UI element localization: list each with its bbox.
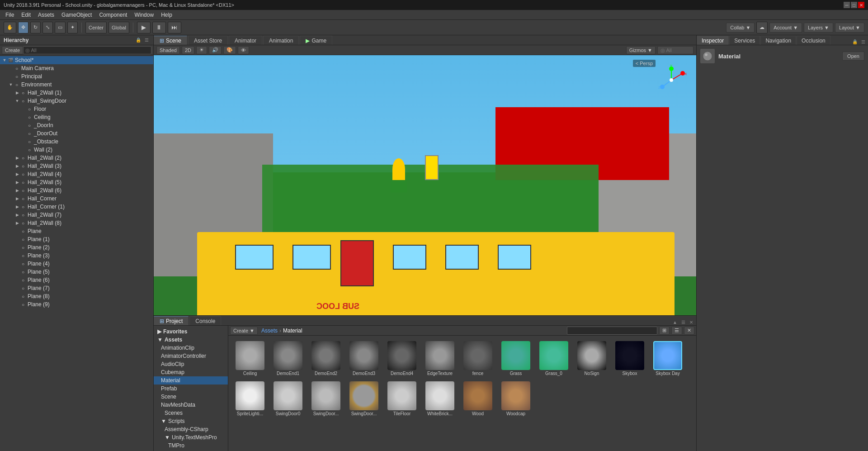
effects-button[interactable]: 🎨 <box>223 46 236 54</box>
hierarchy-item-9[interactable]: ○_DoorOut <box>0 129 153 138</box>
rect-tool-button[interactable]: ▭ <box>55 22 66 33</box>
hierarchy-item-27[interactable]: ○Plane (6) <box>0 276 153 284</box>
hierarchy-item-3[interactable]: ▼○Environment <box>0 81 153 89</box>
gizmos-button[interactable]: Gizmos ▼ <box>626 46 656 54</box>
bottom-panel-collapse-button[interactable]: ▲ <box>672 319 678 325</box>
hierarchy-item-17[interactable]: ▶○Hall_Corner <box>0 195 153 203</box>
hierarchy-item-30[interactable]: ○Plane (9) <box>0 300 153 309</box>
scene-search-input[interactable] <box>657 46 693 54</box>
assets-sidebar[interactable]: ▶ Favorites ▼ Assets AnimationClip Anima… <box>154 326 228 451</box>
hierarchy-lock-button[interactable]: 🔒 <box>135 37 142 43</box>
material-thumb-19[interactable]: Woodcap <box>498 380 534 418</box>
bottom-panel-close-button[interactable]: ✕ <box>688 319 694 325</box>
asset-sidebar-item-assembly[interactable]: Assembly-CSharp <box>154 425 228 433</box>
asset-sidebar-item-tmpro[interactable]: TMPro <box>154 442 228 450</box>
hierarchy-item-1[interactable]: ○Main Camera <box>0 64 153 72</box>
asset-sidebar-item-audioclip[interactable]: AudioClip <box>154 360 228 368</box>
material-thumb-2[interactable]: DemoEnd2 <box>308 339 344 378</box>
pause-button[interactable]: ⏸ <box>152 22 166 33</box>
hierarchy-item-25[interactable]: ○Plane (4) <box>0 260 153 268</box>
hierarchy-item-20[interactable]: ▶○Hall_2Wall (8) <box>0 219 153 227</box>
hierarchy-item-7[interactable]: ○Ceiling <box>0 113 153 121</box>
asset-sidebar-item-cubemap[interactable]: Cubemap <box>154 368 228 376</box>
hierarchy-search-input[interactable] <box>23 46 151 54</box>
material-thumb-0[interactable]: Ceiling <box>232 339 268 378</box>
material-thumb-16[interactable]: TileFloor <box>384 380 420 418</box>
inspector-tab-navigation[interactable]: Navigation <box>760 36 796 45</box>
hierarchy-menu-button[interactable]: ☰ <box>143 37 150 43</box>
assets-filter-button[interactable]: ⊞ <box>659 327 670 335</box>
hierarchy-item-15[interactable]: ▶○Hall_2Wall (5) <box>0 178 153 186</box>
tree-arrow-17[interactable]: ▶ <box>14 196 20 201</box>
tree-arrow-15[interactable]: ▶ <box>14 180 20 185</box>
inspector-lock-button[interactable]: 🔒 <box>852 38 858 45</box>
material-thumb-7[interactable]: Grass <box>498 339 534 378</box>
material-thumb-8[interactable]: Grass_0 <box>536 339 572 378</box>
material-thumb-11[interactable]: Skybox Day <box>650 339 686 378</box>
assets-search-input[interactable] <box>567 327 657 335</box>
asset-sidebar-item-material[interactable]: Material <box>154 376 228 385</box>
tab-console[interactable]: Console <box>189 316 221 325</box>
tree-arrow-0[interactable]: ▼ <box>2 58 7 62</box>
scene-view[interactable]: SUB LOOC X Y Z <box>154 55 696 315</box>
favorites-header[interactable]: ▶ Favorites <box>154 328 228 336</box>
asset-sidebar-item-textmeshpro[interactable]: ▼Unity.TextMeshPro <box>154 433 228 442</box>
bottom-panel-menu-button[interactable]: ☰ <box>680 319 686 325</box>
hidden-button[interactable]: 👁 <box>238 46 249 54</box>
menu-window[interactable]: Window <box>131 11 157 19</box>
material-thumb-15[interactable]: SwingDoor... <box>346 380 382 418</box>
layers-button[interactable]: Layers ▼ <box>804 23 833 33</box>
hierarchy-item-0[interactable]: ▼🎬School* <box>0 56 153 64</box>
assets-list-button[interactable]: ☰ <box>671 327 682 335</box>
global-button[interactable]: Global <box>108 22 129 33</box>
asset-sidebar-item-scenes[interactable]: Scenes <box>154 409 228 417</box>
collab-button[interactable]: Collab ▼ <box>726 23 755 33</box>
material-thumb-12[interactable]: SpriteLighti... <box>232 380 268 418</box>
tab-animation[interactable]: Animation <box>263 36 299 45</box>
asset-sidebar-item-prefab[interactable]: Prefab <box>154 385 228 393</box>
material-thumb-13[interactable]: SwingDoor0 <box>270 380 306 418</box>
material-thumb-6[interactable]: fence <box>460 339 496 378</box>
hierarchy-item-19[interactable]: ▶○Hall_2Wall (7) <box>0 211 153 219</box>
menu-edit[interactable]: Edit <box>18 11 34 19</box>
hierarchy-item-5[interactable]: ▼○Hall_SwingDoor <box>0 97 153 105</box>
account-button[interactable]: Account ▼ <box>769 23 802 33</box>
hierarchy-item-11[interactable]: ○Wall (2) <box>0 146 153 154</box>
hierarchy-item-13[interactable]: ▶○Hall_2Wall (3) <box>0 162 153 170</box>
audio-button[interactable]: 🔊 <box>209 46 222 54</box>
hierarchy-item-28[interactable]: ○Plane (7) <box>0 284 153 292</box>
hierarchy-item-10[interactable]: ○_Obstacle <box>0 138 153 146</box>
tree-arrow-16[interactable]: ▶ <box>14 188 20 193</box>
inspector-tab-inspector[interactable]: Inspector <box>697 36 729 45</box>
menu-assets[interactable]: Assets <box>34 11 58 19</box>
hierarchy-item-22[interactable]: ○Plane (1) <box>0 235 153 243</box>
2d-button[interactable]: 2D <box>182 46 194 54</box>
hierarchy-create-button[interactable]: Create <box>2 46 23 54</box>
hierarchy-item-29[interactable]: ○Plane (8) <box>0 292 153 300</box>
assets-close-button[interactable]: ✕ <box>684 327 694 335</box>
tree-arrow-20[interactable]: ▶ <box>14 221 20 225</box>
tree-arrow-4[interactable]: ▶ <box>14 90 20 95</box>
shading-button[interactable]: Shaded <box>156 46 180 54</box>
inspector-tab-occlusion[interactable]: Occlusion <box>797 36 830 45</box>
asset-sidebar-item-scripts[interactable]: ▼Scripts <box>154 417 228 425</box>
material-thumb-14[interactable]: SwingDoor... <box>308 380 344 418</box>
tree-arrow-19[interactable]: ▶ <box>14 213 20 217</box>
hierarchy-tree[interactable]: ▼🎬School*○Main Camera○Principal▼○Environ… <box>0 55 153 451</box>
hierarchy-item-6[interactable]: ○Floor <box>0 105 153 113</box>
assets-grid[interactable]: CeilingDemoEnd1DemoEnd2DemoEnd3DemoEnd4E… <box>228 336 696 451</box>
material-thumb-5[interactable]: EdgeTexture <box>422 339 458 378</box>
asset-sidebar-item-animationclip[interactable]: AnimationClip <box>154 344 228 352</box>
hierarchy-item-8[interactable]: ○_DoorIn <box>0 121 153 129</box>
inspector-tab-services[interactable]: Services <box>729 36 760 45</box>
rotate-tool-button[interactable]: ↻ <box>30 22 41 33</box>
tab-scene[interactable]: ⊞ Scene <box>154 36 187 45</box>
step-button[interactable]: ⏭ <box>168 22 181 33</box>
move-tool-button[interactable]: ✥ <box>18 22 28 33</box>
tree-arrow-14[interactable]: ▶ <box>14 172 20 176</box>
assets-header[interactable]: ▼ Assets <box>154 336 228 344</box>
maximize-button[interactable]: □ <box>851 2 857 8</box>
hierarchy-item-23[interactable]: ○Plane (2) <box>0 243 153 252</box>
menu-component[interactable]: Component <box>95 11 131 19</box>
hierarchy-item-16[interactable]: ▶○Hall_2Wall (6) <box>0 186 153 195</box>
